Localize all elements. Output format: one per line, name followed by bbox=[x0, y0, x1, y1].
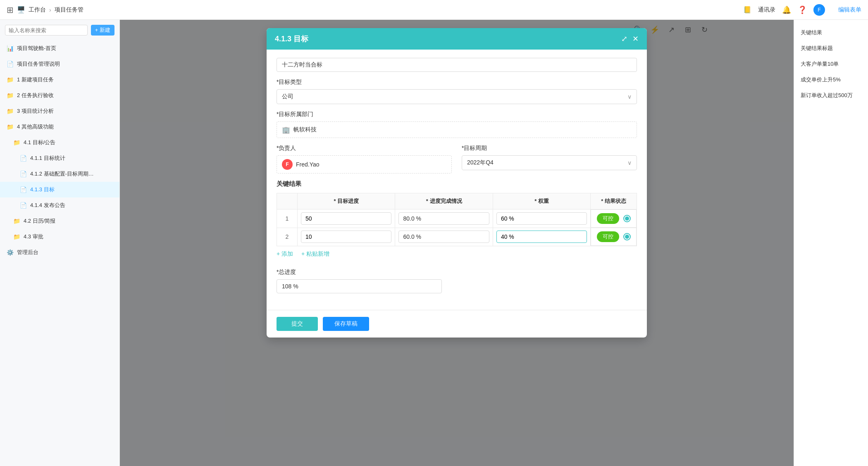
chevron-down-icon-2: ∨ bbox=[627, 159, 632, 166]
chevron-down-icon: ∨ bbox=[627, 93, 632, 100]
sidebar-item-icon-project-home: 📊 bbox=[7, 45, 14, 52]
owner-input-box[interactable]: F Fred.Yao bbox=[277, 155, 452, 174]
kr-row-weight-1[interactable] bbox=[493, 228, 590, 246]
kr-table-row: 2 可控 bbox=[277, 228, 637, 246]
kr-weight-input-1[interactable] bbox=[496, 231, 587, 243]
right-panel-item-4[interactable]: 新订单收入超过500万 bbox=[794, 88, 868, 103]
sidebar-item-label-project-home: 项目驾驶舱-首页 bbox=[17, 45, 56, 52]
edit-form-label[interactable]: 编辑表单 bbox=[838, 6, 861, 14]
kr-progress-input-1[interactable] bbox=[301, 231, 391, 243]
kr-weight-input-0[interactable] bbox=[496, 212, 587, 225]
main-layout: + 新建 📊项目驾驶舱-首页📄项目任务管理说明📁1 新建项目任务📁2 任务执行验… bbox=[0, 0, 868, 466]
kr-row-num-0: 1 bbox=[277, 209, 298, 228]
sidebar-item-icon-admin: ⚙️ bbox=[7, 249, 14, 256]
grid-icon[interactable]: ⊞ bbox=[7, 5, 14, 15]
sidebar-item-icon-publish-notice: 📄 bbox=[20, 202, 27, 209]
total-progress-section: *总进度 108 % bbox=[277, 269, 637, 293]
kr-status-btn-1[interactable]: 可控 bbox=[597, 231, 619, 242]
sidebar-item-new-task[interactable]: 📁1 新建项目任务 bbox=[0, 72, 119, 88]
kr-row-weight-0[interactable] bbox=[493, 209, 590, 228]
right-panel-item-0[interactable]: 关键结果 bbox=[794, 25, 868, 40]
kr-progress-header: * 目标进度 bbox=[298, 193, 395, 209]
add-button[interactable]: + 添加 bbox=[277, 250, 293, 258]
address-book-label[interactable]: 通讯录 bbox=[758, 6, 775, 14]
sidebar-item-obj-stat[interactable]: 📄4.1.1 目标统计 bbox=[0, 150, 119, 166]
sidebar-item-project-home[interactable]: 📊项目驾驶舱-首页 bbox=[0, 40, 119, 56]
submit-button[interactable]: 提交 bbox=[277, 317, 318, 331]
help-icon[interactable]: ❓ bbox=[798, 5, 807, 14]
kr-status-header: * 结果状态 bbox=[591, 193, 637, 209]
sidebar-item-icon-base-config: 📄 bbox=[20, 171, 27, 177]
sidebar-item-project-mgmt[interactable]: 📄项目任务管理说明 bbox=[0, 56, 119, 72]
close-button[interactable]: ✕ bbox=[632, 34, 639, 43]
sidebar-item-icon-obj-notice: 📁 bbox=[13, 139, 20, 146]
notification-icon[interactable]: 🔔 bbox=[782, 5, 791, 14]
period-col: *目标周期 2022年Q4 ∨ bbox=[462, 145, 637, 174]
avatar[interactable]: F bbox=[813, 4, 825, 16]
right-panel-item-2[interactable]: 大客户单量10单 bbox=[794, 56, 868, 72]
dept-icon: 🏢 bbox=[282, 126, 290, 134]
sidebar-item-calendar[interactable]: 📁4.2 日历/简报 bbox=[0, 213, 119, 229]
modal: 4.1.3 目标 ⤢ ✕ *目标类型 公司 ∨ bbox=[267, 28, 647, 338]
kr-row-progress-1[interactable] bbox=[298, 228, 395, 246]
address-book-icon[interactable]: 📒 bbox=[743, 6, 751, 14]
dept-value: 帆软科技 bbox=[293, 126, 317, 133]
sidebar-item-obj-target[interactable]: 📄4.1.3 目标 bbox=[0, 182, 119, 197]
period-select[interactable]: 2022年Q4 ∨ bbox=[462, 155, 637, 170]
workspace-icon: 🖥️ bbox=[17, 6, 25, 14]
sidebar-item-icon-approve: 📁 bbox=[13, 233, 20, 240]
modal-overlay: 4.1.3 目标 ⤢ ✕ *目标类型 公司 ∨ bbox=[120, 20, 794, 466]
sidebar-item-approve[interactable]: 📁4.3 审批 bbox=[0, 229, 119, 245]
target-type-value: 公司 bbox=[282, 93, 293, 100]
dept-input-box[interactable]: 🏢 帆软科技 bbox=[277, 121, 637, 138]
target-name-input[interactable] bbox=[277, 58, 637, 72]
target-type-section: *目标类型 公司 ∨ bbox=[277, 78, 637, 104]
kr-row-progress-0[interactable] bbox=[298, 209, 395, 228]
kr-num-header bbox=[277, 193, 298, 209]
kr-radio-0[interactable] bbox=[623, 215, 631, 222]
search-input[interactable] bbox=[5, 25, 88, 36]
sidebar-item-label-new-task: 1 新建项目任务 bbox=[17, 76, 54, 83]
kr-status-btn-0[interactable]: 可控 bbox=[597, 213, 619, 224]
owner-initial: F bbox=[286, 162, 289, 167]
target-type-select[interactable]: 公司 ∨ bbox=[277, 89, 637, 104]
modal-body: *目标类型 公司 ∨ *目标所属部门 🏢 帆软科技 bbox=[267, 50, 647, 310]
kr-progress-input-0[interactable] bbox=[301, 212, 391, 225]
breadcrumb-current: 项目任务管 bbox=[55, 6, 83, 14]
sidebar-item-label-publish-notice: 4.1.4 发布公告 bbox=[30, 202, 65, 209]
sidebar-item-admin[interactable]: ⚙️管理后台 bbox=[0, 245, 119, 260]
kr-row-completion-0[interactable] bbox=[395, 209, 493, 228]
kr-table-body: 1 可控 2 可控 bbox=[277, 209, 637, 246]
sidebar-item-task-exec[interactable]: 📁2 任务执行验收 bbox=[0, 88, 119, 103]
modal-header: 4.1.3 目标 ⤢ ✕ bbox=[267, 28, 647, 50]
sidebar: + 新建 📊项目驾驶舱-首页📄项目任务管理说明📁1 新建项目任务📁2 任务执行验… bbox=[0, 20, 120, 466]
sidebar-item-publish-notice[interactable]: 📄4.1.4 发布公告 bbox=[0, 197, 119, 213]
sidebar-item-icon-advanced: 📁 bbox=[7, 124, 14, 130]
sidebar-item-proj-stat[interactable]: 📁3 项目统计分析 bbox=[0, 103, 119, 119]
right-panel-items: 关键结果关键结果标题大客户单量10单成交单价上升5%新订单收入超过500万 bbox=[794, 25, 868, 103]
sidebar-item-advanced[interactable]: 📁4 其他高级功能 bbox=[0, 119, 119, 135]
dept-label: *目标所属部门 bbox=[277, 111, 637, 118]
sidebar-item-icon-new-task: 📁 bbox=[7, 76, 14, 83]
right-panel-item-3[interactable]: 成交单价上升5% bbox=[794, 72, 868, 88]
kr-completion-input-1[interactable] bbox=[398, 231, 489, 243]
total-progress-input[interactable]: 108 % bbox=[277, 279, 442, 293]
total-progress-value: 108 % bbox=[282, 283, 298, 290]
sidebar-item-base-config[interactable]: 📄4.1.2 基础配置-目标周期… bbox=[0, 166, 119, 182]
sidebar-item-label-obj-notice: 4.1 目标/公告 bbox=[24, 139, 55, 146]
kr-row-completion-1[interactable] bbox=[395, 228, 493, 246]
modal-footer: 提交 保存草稿 bbox=[267, 310, 647, 338]
expand-button[interactable]: ⤢ bbox=[621, 34, 627, 43]
draft-button[interactable]: 保存草稿 bbox=[323, 317, 369, 331]
paste-add-button[interactable]: + 粘贴新增 bbox=[301, 250, 329, 258]
sidebar-item-obj-notice[interactable]: 📁4.1 目标/公告 bbox=[0, 135, 119, 150]
breadcrumb: 工作台 bbox=[29, 6, 46, 14]
new-button[interactable]: + 新建 bbox=[91, 25, 114, 36]
kr-completion-input-0[interactable] bbox=[398, 212, 489, 225]
sidebar-item-label-obj-target: 4.1.3 目标 bbox=[30, 186, 55, 193]
kr-radio-1[interactable] bbox=[623, 233, 631, 240]
right-panel-item-1[interactable]: 关键结果标题 bbox=[794, 40, 868, 56]
sidebar-items-container: 📊项目驾驶舱-首页📄项目任务管理说明📁1 新建项目任务📁2 任务执行验收📁3 项… bbox=[0, 40, 119, 260]
modal-title: 4.1.3 目标 bbox=[275, 34, 308, 44]
sidebar-item-label-proj-stat: 3 项目统计分析 bbox=[17, 107, 54, 115]
